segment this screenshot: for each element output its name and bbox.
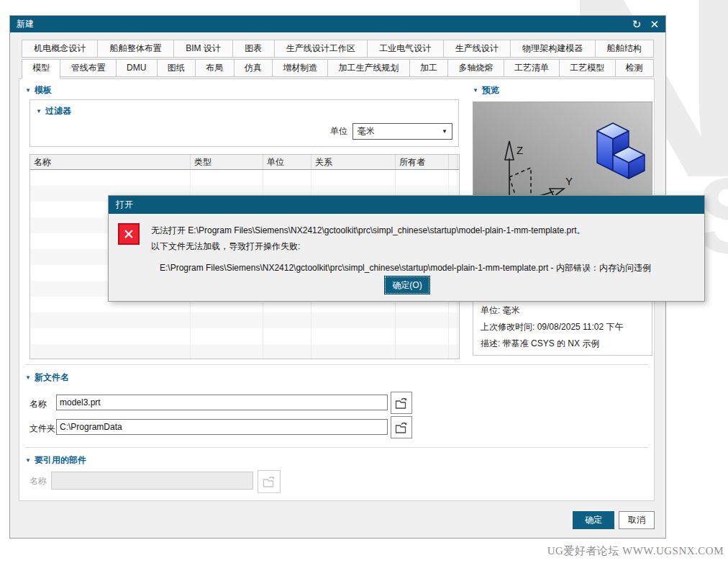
table-row[interactable] [30, 328, 459, 344]
folder-label: 文件夹 [29, 423, 55, 435]
section-title: 要引用的部件 [35, 454, 86, 467]
close-icon[interactable]: ✕ [650, 19, 659, 30]
error-dialog-title: 打开 [116, 199, 133, 211]
tab-tabrow1-0[interactable]: 机电概念设计 [22, 40, 98, 58]
property-line: 单位: 毫米 [481, 302, 624, 319]
section-header-preview[interactable]: ▼ 预览 [473, 84, 499, 96]
section-header-template[interactable]: ▼ 模板 [25, 84, 52, 96]
collapse-arrow-icon: ▼ [25, 375, 31, 381]
column-header-2[interactable]: 单位 [263, 155, 311, 169]
folder-input[interactable] [56, 419, 388, 435]
table-cell [311, 170, 396, 186]
table-cell [396, 344, 449, 359]
table-cell [191, 328, 263, 344]
reset-icon[interactable]: ↻ [632, 19, 642, 30]
tab-tabrow2-1[interactable]: 管线布置 [60, 59, 116, 77]
tab-tabrow1-5[interactable]: 工业电气设计 [367, 40, 443, 58]
section-header-filter[interactable]: ▼ 过滤器 [36, 105, 71, 117]
table-cell [30, 344, 191, 359]
tab-tabrow2-3[interactable]: 图纸 [157, 59, 196, 77]
tab-tabrow2-7[interactable]: 加工生产线规划 [327, 59, 409, 77]
unit-label: 单位 [330, 125, 347, 138]
error-icon: ✕ [118, 223, 140, 245]
section-divider [25, 447, 648, 448]
open-error-dialog: 打开 ✕ 无法打开 E:\Program Files\Siemens\NX241… [108, 195, 705, 302]
tab-tabrow1-2[interactable]: BIM 设计 [173, 40, 233, 58]
column-header-4[interactable]: 所有者 [396, 155, 449, 169]
error-ok-button[interactable]: 确定(O) [385, 276, 429, 294]
tab-tabrow1-3[interactable]: 图表 [232, 40, 274, 58]
tab-row-2: 模型管线布置DMU图纸布局仿真增材制造加工生产线规划加工多轴烧熔工艺清单工艺模型… [22, 59, 653, 79]
property-line: 描述: 带基准 CSYS 的 NX 示例 [481, 335, 624, 352]
table-row[interactable] [30, 170, 459, 186]
open-folder-icon [394, 420, 409, 435]
table-cell [263, 312, 311, 328]
section-divider [25, 364, 648, 365]
collapse-arrow-icon: ▼ [25, 458, 31, 464]
tab-tabrow2-5[interactable]: 仿真 [234, 59, 273, 77]
table-cell [311, 312, 396, 328]
cancel-button[interactable]: 取消 [619, 511, 655, 529]
error-message-line2: 以下文件无法加载，导致打开操作失败: [151, 238, 586, 254]
tab-tabrow2-9[interactable]: 多轴烧熔 [447, 59, 504, 77]
block-model [597, 123, 645, 179]
column-header-extra[interactable] [449, 155, 458, 169]
table-row[interactable] [30, 344, 459, 359]
table-cell [311, 328, 396, 344]
section-title: 预览 [482, 84, 499, 96]
column-header-1[interactable]: 类型 [191, 155, 263, 169]
table-row[interactable] [30, 312, 459, 328]
table-cell [449, 344, 458, 359]
watermark-site-text: UG爱好者论坛 WWW.UGSNX.COM [547, 544, 724, 558]
table-cell [449, 328, 458, 344]
browse-reference-button [258, 470, 281, 493]
table-cell [30, 312, 191, 328]
tab-tabrow1-7[interactable]: 物理架构建模器 [510, 40, 595, 58]
tab-tabrow2-0[interactable]: 模型 [22, 59, 60, 79]
column-header-3[interactable]: 关系 [311, 155, 396, 169]
table-cell [311, 344, 396, 359]
reference-name-label: 名称 [29, 475, 47, 487]
table-cell [396, 328, 449, 344]
collapse-arrow-icon: ▼ [36, 109, 42, 114]
section-header-new-file[interactable]: ▼ 新文件名 [25, 371, 69, 384]
unit-dropdown[interactable]: 毫米 ▼ [352, 123, 452, 140]
table-cell [191, 344, 263, 359]
error-message: 无法打开 E:\Program Files\Siemens\NX2412\gct… [151, 222, 586, 254]
tab-tabrow1-8[interactable]: 船舶结构 [595, 40, 654, 58]
section-title: 过滤器 [45, 105, 71, 117]
tab-tabrow2-11[interactable]: 工艺模型 [559, 59, 615, 77]
section-header-reference-part[interactable]: ▼ 要引用的部件 [25, 454, 86, 467]
tab-tabrow1-1[interactable]: 船舶整体布置 [97, 40, 173, 58]
error-detail: E:\Program Files\Siemens\NX2412\gctoolki… [160, 262, 651, 274]
tab-tabrow2-2[interactable]: DMU [116, 59, 158, 77]
tab-tabrow2-12[interactable]: 检测 [615, 59, 654, 77]
error-message-line1: 无法打开 E:\Program Files\Siemens\NX2412\gct… [151, 222, 586, 238]
reference-name-input [51, 472, 253, 490]
section-title: 模板 [35, 84, 52, 96]
tab-row-1: 机电概念设计船舶整体布置BIM 设计图表生产线设计工作区工业电气设计生产线设计物… [22, 40, 653, 58]
file-name-input[interactable] [56, 395, 388, 410]
tab-tabrow2-10[interactable]: 工艺清单 [504, 59, 560, 77]
section-title: 新文件名 [35, 371, 69, 384]
browse-folder-button[interactable] [391, 416, 412, 438]
ok-button[interactable]: 确定 [573, 511, 614, 529]
unit-dropdown-value: 毫米 [358, 125, 375, 138]
table-cell [396, 170, 449, 186]
error-dialog-titlebar: 打开 [109, 196, 704, 214]
tab-strip: 机电概念设计船舶整体布置BIM 设计图表生产线设计工作区工业电气设计生产线设计物… [22, 40, 653, 79]
file-name-label: 名称 [29, 398, 47, 410]
tab-tabrow2-8[interactable]: 加工 [409, 59, 448, 77]
column-header-0[interactable]: 名称 [30, 155, 191, 169]
filter-group: ▼ 过滤器 单位 毫米 ▼ [29, 99, 459, 147]
open-folder-icon [262, 474, 276, 489]
tab-tabrow1-6[interactable]: 生产线设计 [443, 40, 511, 58]
tab-tabrow2-4[interactable]: 布局 [195, 59, 234, 77]
browse-file-button[interactable] [391, 392, 412, 414]
unit-row: 单位 毫米 ▼ [330, 123, 452, 140]
axis-z-label: Z [517, 144, 523, 156]
open-folder-icon [394, 396, 409, 410]
tab-tabrow1-4[interactable]: 生产线设计工作区 [274, 40, 368, 58]
table-cell [263, 328, 311, 344]
tab-tabrow2-6[interactable]: 增材制造 [272, 59, 328, 77]
